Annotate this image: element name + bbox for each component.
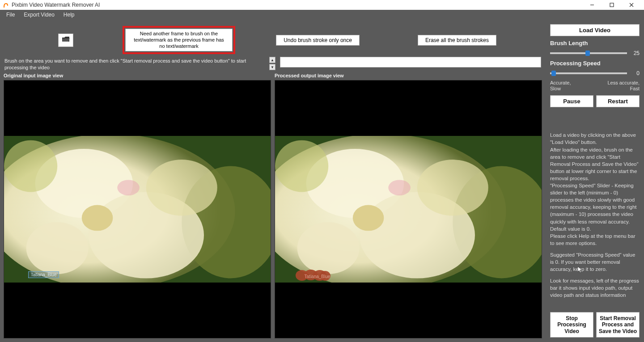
instruction-scrollbar: ▲ ▼ — [269, 57, 275, 70]
processing-speed-label: Processing Speed — [550, 60, 640, 67]
start-removal-button[interactable]: Start Removal Process and Save the Video — [596, 312, 640, 338]
processed-frame-image: Tatiana_Blue — [275, 136, 542, 283]
titlebar: Pixbim Video Watermark Remover AI — [0, 0, 644, 10]
processing-speed-value: 0 — [630, 70, 640, 76]
erase-brush-button[interactable]: Erase all the brush strokes — [418, 35, 496, 46]
app-logo-icon — [3, 2, 9, 8]
brush-slider-thumb[interactable] — [585, 51, 590, 56]
help-p1: Load a video by clicking on the above "L… — [550, 131, 640, 146]
help-p3: "Processing Speed" Slider - Keeping slid… — [550, 182, 640, 232]
svg-rect-1 — [610, 3, 614, 7]
status-input[interactable] — [280, 57, 541, 68]
speed-hint-left: Accurate, Slow — [550, 80, 571, 92]
original-frame-image: Tatiana_Blue — [4, 136, 271, 283]
menu-help[interactable]: Help — [59, 12, 79, 18]
load-video-button[interactable]: Load Video — [550, 24, 640, 36]
scroll-up-icon[interactable]: ▲ — [269, 57, 275, 63]
undo-brush-button[interactable]: Undo brush stroke only once — [276, 35, 360, 46]
watermark-text-overlay: Tatiana_Blue — [305, 274, 330, 279]
svg-point-9 — [82, 205, 113, 231]
speed-hint-row: Accurate, Slow Less accurate, Fast — [550, 80, 640, 92]
svg-point-13 — [117, 180, 140, 195]
svg-point-22 — [275, 140, 328, 192]
brush-length-value: 25 — [630, 50, 640, 56]
svg-point-21 — [417, 160, 488, 215]
cursor-pointer-icon — [578, 266, 583, 274]
svg-point-12 — [4, 140, 57, 192]
menubar: File Export Video Help — [0, 10, 644, 20]
pause-button[interactable]: Pause — [550, 95, 593, 107]
menu-file[interactable]: File — [2, 12, 19, 18]
sidebar: Load Video Brush Length 25 Processing Sp… — [546, 20, 644, 342]
svg-point-20 — [297, 222, 360, 274]
processed-view-column: Processed output image view — [275, 72, 542, 338]
need-another-frame-button[interactable]: Need another frame to brush on the text/… — [125, 29, 233, 51]
help-p4: Please click Help at the top menu bar to… — [550, 232, 640, 247]
svg-point-19 — [353, 205, 384, 231]
folder-open-icon — [62, 36, 70, 44]
app-title: Pixbim Video Watermark Remover AI — [12, 2, 582, 8]
processed-view-label: Processed output image view — [275, 72, 542, 80]
stop-processing-button[interactable]: Stop Processing Video — [550, 312, 593, 338]
close-button[interactable] — [622, 0, 641, 10]
need-frame-highlight: Need another frame to brush on the text/… — [123, 26, 235, 54]
original-canvas[interactable]: Tatiana_Blue — [4, 80, 271, 338]
svg-point-11 — [146, 160, 217, 215]
speed-slider-thumb[interactable] — [551, 71, 556, 76]
help-p6: Look for messages, left of the progress … — [550, 277, 640, 299]
speed-hint-right: Less accurate, Fast — [607, 80, 640, 92]
brush-length-label: Brush Length — [550, 40, 640, 46]
brush-length-slider[interactable] — [550, 52, 627, 54]
svg-point-10 — [26, 222, 89, 274]
scroll-down-icon[interactable]: ▼ — [269, 64, 275, 70]
maximize-button[interactable] — [602, 0, 622, 10]
processing-speed-slider[interactable] — [550, 72, 627, 74]
original-view-column: Original input image view — [4, 72, 271, 338]
help-p5: Suggested "Processing Speed" value is 0.… — [550, 251, 640, 273]
watermark-box: Tatiana_Blue — [28, 271, 59, 278]
menu-export-video[interactable]: Export Video — [19, 12, 59, 18]
processed-canvas[interactable]: Tatiana_Blue — [275, 80, 542, 338]
sidebar-help-text: Load a video by clicking on the above "L… — [550, 111, 640, 308]
instruction-text: Brush on the area you want to remove and… — [4, 57, 265, 70]
restart-button[interactable]: Restart — [596, 95, 640, 107]
help-p2: After loading the video, brush on the ar… — [550, 146, 640, 182]
original-view-label: Original input image view — [4, 72, 271, 80]
svg-point-23 — [388, 180, 411, 195]
open-file-button[interactable] — [58, 34, 73, 47]
image-views: Original input image view — [0, 72, 546, 342]
instruction-row: Brush on the area you want to remove and… — [0, 57, 546, 72]
toolbar: Need another frame to brush on the text/… — [0, 20, 546, 57]
minimize-button[interactable] — [582, 0, 602, 10]
